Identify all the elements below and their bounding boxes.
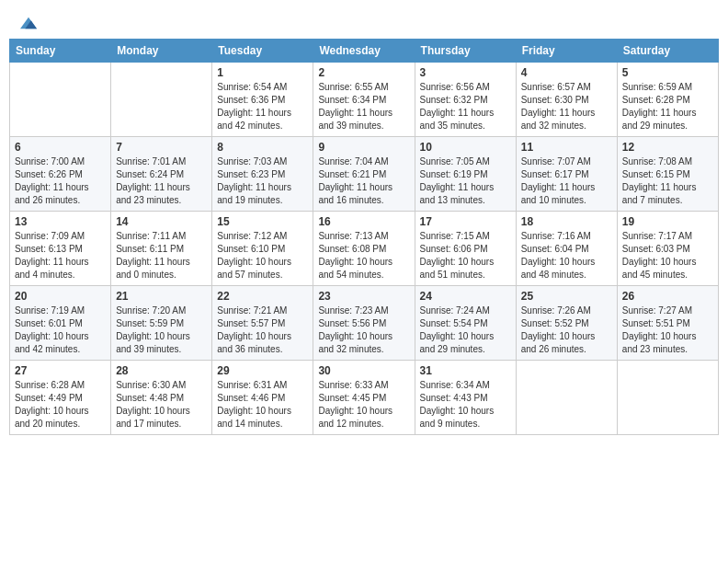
calendar-cell: 31Sunrise: 6:34 AM Sunset: 4:43 PM Dayli… [415,361,516,435]
calendar-table: SundayMondayTuesdayWednesdayThursdayFrid… [9,39,719,435]
day-info: Sunrise: 6:28 AM Sunset: 4:49 PM Dayligh… [15,379,106,431]
day-number: 3 [420,66,511,79]
calendar-cell: 2Sunrise: 6:55 AM Sunset: 6:34 PM Daylig… [313,63,415,137]
calendar-cell: 11Sunrise: 7:07 AM Sunset: 6:17 PM Dayli… [516,137,617,212]
calendar-cell: 21Sunrise: 7:20 AM Sunset: 5:59 PM Dayli… [111,286,212,361]
day-number: 25 [521,290,612,303]
day-info: Sunrise: 7:27 AM Sunset: 5:51 PM Dayligh… [622,304,713,356]
day-info: Sunrise: 6:59 AM Sunset: 6:28 PM Dayligh… [622,81,713,132]
day-number: 9 [318,141,409,154]
calendar-cell: 23Sunrise: 7:23 AM Sunset: 5:56 PM Dayli… [313,286,415,361]
day-number: 28 [116,364,207,377]
day-info: Sunrise: 7:01 AM Sunset: 6:24 PM Dayligh… [116,155,207,207]
calendar-cell: 20Sunrise: 7:19 AM Sunset: 6:01 PM Dayli… [10,286,111,361]
day-number: 10 [420,141,511,154]
calendar-cell [10,63,111,137]
day-info: Sunrise: 7:19 AM Sunset: 6:01 PM Dayligh… [15,304,106,356]
calendar-cell: 10Sunrise: 7:05 AM Sunset: 6:19 PM Dayli… [415,137,516,212]
day-info: Sunrise: 6:33 AM Sunset: 4:45 PM Dayligh… [318,379,409,431]
calendar-cell: 25Sunrise: 7:26 AM Sunset: 5:52 PM Dayli… [516,286,617,361]
day-number: 2 [318,66,409,79]
day-header-thursday: Thursday [415,40,516,63]
calendar-week-row: 13Sunrise: 7:09 AM Sunset: 6:13 PM Dayli… [10,212,719,286]
calendar-cell: 18Sunrise: 7:16 AM Sunset: 6:04 PM Dayli… [516,212,617,286]
calendar-week-row: 27Sunrise: 6:28 AM Sunset: 4:49 PM Dayli… [10,361,719,435]
day-info: Sunrise: 7:08 AM Sunset: 6:15 PM Dayligh… [622,155,713,207]
calendar-cell: 14Sunrise: 7:11 AM Sunset: 6:11 PM Dayli… [111,212,212,286]
day-info: Sunrise: 7:12 AM Sunset: 6:10 PM Dayligh… [217,230,308,282]
calendar-cell: 26Sunrise: 7:27 AM Sunset: 5:51 PM Dayli… [617,286,718,361]
day-header-sunday: Sunday [10,40,111,63]
calendar-cell: 29Sunrise: 6:31 AM Sunset: 4:46 PM Dayli… [212,361,313,435]
day-info: Sunrise: 7:04 AM Sunset: 6:21 PM Dayligh… [318,155,409,207]
calendar-cell: 17Sunrise: 7:15 AM Sunset: 6:06 PM Dayli… [415,212,516,286]
day-info: Sunrise: 6:34 AM Sunset: 4:43 PM Dayligh… [420,379,511,431]
day-info: Sunrise: 7:26 AM Sunset: 5:52 PM Dayligh… [521,304,612,356]
calendar-cell: 3Sunrise: 6:56 AM Sunset: 6:32 PM Daylig… [415,63,516,137]
day-info: Sunrise: 7:23 AM Sunset: 5:56 PM Dayligh… [318,304,409,356]
calendar-cell: 4Sunrise: 6:57 AM Sunset: 6:30 PM Daylig… [516,63,617,137]
calendar-header-row: SundayMondayTuesdayWednesdayThursdayFrid… [10,40,719,63]
calendar-week-row: 6Sunrise: 7:00 AM Sunset: 6:26 PM Daylig… [10,137,719,212]
day-info: Sunrise: 6:30 AM Sunset: 4:48 PM Dayligh… [116,379,207,431]
day-header-monday: Monday [111,40,212,63]
day-number: 20 [15,290,106,303]
day-info: Sunrise: 6:54 AM Sunset: 6:36 PM Dayligh… [217,81,308,132]
calendar-cell: 8Sunrise: 7:03 AM Sunset: 6:23 PM Daylig… [212,137,313,212]
calendar-cell: 7Sunrise: 7:01 AM Sunset: 6:24 PM Daylig… [111,137,212,212]
day-header-friday: Friday [516,40,617,63]
calendar-cell: 28Sunrise: 6:30 AM Sunset: 4:48 PM Dayli… [111,361,212,435]
day-number: 13 [15,215,106,228]
day-number: 7 [116,141,207,154]
day-number: 16 [318,215,409,228]
day-info: Sunrise: 7:16 AM Sunset: 6:04 PM Dayligh… [521,230,612,282]
day-info: Sunrise: 7:03 AM Sunset: 6:23 PM Dayligh… [217,155,308,207]
day-info: Sunrise: 7:07 AM Sunset: 6:17 PM Dayligh… [521,155,612,207]
day-number: 15 [217,215,308,228]
calendar-cell [111,63,212,137]
day-info: Sunrise: 6:31 AM Sunset: 4:46 PM Dayligh… [217,379,308,431]
day-number: 31 [420,364,511,377]
day-info: Sunrise: 6:55 AM Sunset: 6:34 PM Dayligh… [318,81,409,132]
day-info: Sunrise: 7:17 AM Sunset: 6:03 PM Dayligh… [622,230,713,282]
day-info: Sunrise: 7:11 AM Sunset: 6:11 PM Dayligh… [116,230,207,282]
calendar-cell: 12Sunrise: 7:08 AM Sunset: 6:15 PM Dayli… [617,137,718,212]
day-info: Sunrise: 7:13 AM Sunset: 6:08 PM Dayligh… [318,230,409,282]
calendar-cell: 16Sunrise: 7:13 AM Sunset: 6:08 PM Dayli… [313,212,415,286]
calendar-cell: 6Sunrise: 7:00 AM Sunset: 6:26 PM Daylig… [10,137,111,212]
calendar-cell [617,361,718,435]
day-info: Sunrise: 7:00 AM Sunset: 6:26 PM Dayligh… [15,155,106,207]
page-header [9,9,719,33]
day-number: 29 [217,364,308,377]
day-header-wednesday: Wednesday [313,40,415,63]
day-header-saturday: Saturday [617,40,718,63]
day-number: 8 [217,141,308,154]
calendar-cell [516,361,617,435]
calendar-cell: 1Sunrise: 6:54 AM Sunset: 6:36 PM Daylig… [212,63,313,137]
day-number: 12 [622,141,713,154]
day-info: Sunrise: 6:57 AM Sunset: 6:30 PM Dayligh… [521,81,612,132]
day-info: Sunrise: 7:21 AM Sunset: 5:57 PM Dayligh… [217,304,308,356]
day-number: 1 [217,66,308,79]
day-number: 14 [116,215,207,228]
day-number: 27 [15,364,106,377]
logo-icon [20,17,37,29]
day-info: Sunrise: 6:56 AM Sunset: 6:32 PM Dayligh… [420,81,511,132]
calendar-cell: 15Sunrise: 7:12 AM Sunset: 6:10 PM Dayli… [212,212,313,286]
day-info: Sunrise: 7:15 AM Sunset: 6:06 PM Dayligh… [420,230,511,282]
day-number: 23 [318,290,409,303]
calendar-week-row: 1Sunrise: 6:54 AM Sunset: 6:36 PM Daylig… [10,63,719,137]
day-number: 30 [318,364,409,377]
calendar-cell: 24Sunrise: 7:24 AM Sunset: 5:54 PM Dayli… [415,286,516,361]
day-number: 22 [217,290,308,303]
day-header-tuesday: Tuesday [212,40,313,63]
logo [18,17,37,29]
calendar-cell: 19Sunrise: 7:17 AM Sunset: 6:03 PM Dayli… [617,212,718,286]
day-number: 6 [15,141,106,154]
calendar-cell: 27Sunrise: 6:28 AM Sunset: 4:49 PM Dayli… [10,361,111,435]
calendar-week-row: 20Sunrise: 7:19 AM Sunset: 6:01 PM Dayli… [10,286,719,361]
calendar-cell: 5Sunrise: 6:59 AM Sunset: 6:28 PM Daylig… [617,63,718,137]
day-info: Sunrise: 7:05 AM Sunset: 6:19 PM Dayligh… [420,155,511,207]
day-number: 19 [622,215,713,228]
day-info: Sunrise: 7:20 AM Sunset: 5:59 PM Dayligh… [116,304,207,356]
